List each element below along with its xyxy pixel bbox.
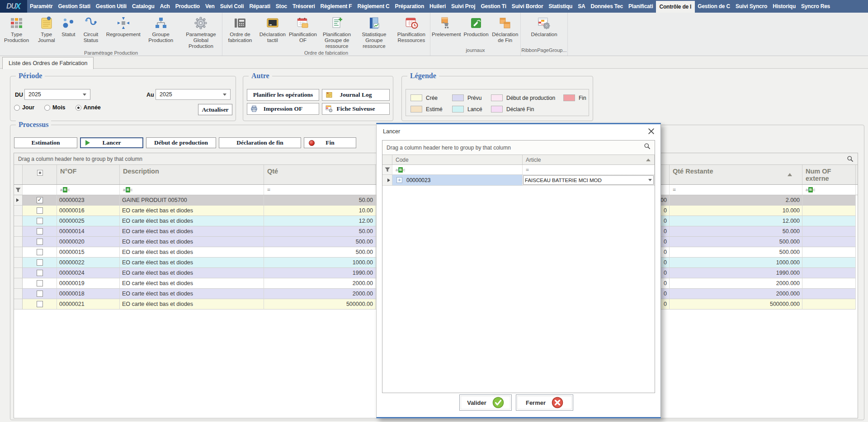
menu-item-suivi-bordor[interactable]: Suivi Bordor (509, 0, 546, 13)
ribbon-button-prelevement[interactable]: Prelevement (430, 15, 462, 38)
menu-item-ach[interactable]: Ach (157, 0, 173, 13)
menu-item-sa[interactable]: SA (575, 0, 588, 13)
menu-item-catalogu[interactable]: Catalogu (129, 0, 157, 13)
row-checkbox[interactable] (37, 270, 43, 276)
menu-item-stoc[interactable]: Stoc (273, 0, 290, 13)
dropdown-arrow-icon[interactable] (648, 179, 652, 181)
filter-cell-desc[interactable]: aBc (120, 185, 264, 195)
menu-item-reglement-c[interactable]: Règlement C (354, 0, 392, 13)
filter-cell-ind[interactable] (14, 185, 23, 195)
search-icon[interactable] (644, 143, 651, 150)
button-fin[interactable]: Fin (304, 137, 356, 148)
column-header-nof2[interactable]: Num OF externe (802, 165, 856, 184)
column-header-desc[interactable]: Description (120, 165, 264, 184)
ribbon-button-planification-groupe-de-ressource[interactable]: Planification Groupe de ressource (318, 15, 355, 50)
dialog-row[interactable]: 00000023FAISCEAU BATTERIE MCI MOD (382, 175, 655, 186)
du-year-select[interactable]: 2025 (24, 89, 90, 100)
actualiser-button[interactable]: Actualiser (198, 104, 232, 115)
dialog-filter-cell-code[interactable]: aBc (392, 165, 523, 174)
row-checkbox[interactable] (37, 239, 43, 245)
filter-cell-sel[interactable] (23, 185, 57, 195)
ribbon-button-type-journal[interactable]: Type Journal (33, 15, 60, 44)
tab-liste-des-ordres-de-fabrication[interactable]: Liste des Ordres de Fabrication (2, 57, 94, 69)
row-checkbox[interactable] (37, 291, 43, 297)
ribbon-button-statut[interactable]: Statut (60, 15, 77, 38)
dialog-column-header-article[interactable]: Article (523, 155, 655, 164)
menu-item-suivi-syncro[interactable]: Suivi Syncro (733, 0, 770, 13)
column-header-qte[interactable]: Qté (264, 165, 376, 184)
row-checkbox[interactable] (37, 228, 43, 234)
ribbon-button-type-production[interactable]: Type Production (0, 15, 33, 44)
menu-item-gestion-de-c[interactable]: Gestion de C (695, 0, 733, 13)
app-logo[interactable]: DUX (0, 0, 27, 13)
article-editor[interactable]: FAISCEAU BATTERIE MCI MOD (523, 175, 654, 185)
menu-item-statistiqu[interactable]: Statistiqu (546, 0, 575, 13)
expand-plus-icon[interactable] (396, 177, 402, 183)
menu-item-ven[interactable]: Ven (203, 0, 217, 13)
menu-item-suivi-coli[interactable]: Suivi Coli (217, 0, 247, 13)
menu-item-planificati[interactable]: Planificati (626, 0, 656, 13)
menu-item-gestion-utili[interactable]: Gestion Utili (93, 0, 129, 13)
ribbon-button-circuit-status[interactable]: Circuit Status (77, 15, 104, 44)
menu-item-reparati[interactable]: Réparati (246, 0, 273, 13)
menu-item-suivi-proj[interactable]: Suivi Proj (448, 0, 478, 13)
menu-item-historiqu[interactable]: Historiqu (770, 0, 798, 13)
button-estimation[interactable]: Estimation (14, 137, 77, 148)
filter-cell-nof[interactable]: aBc (57, 185, 120, 195)
menu-item-reglement-f[interactable]: Règlement F (318, 0, 355, 13)
radio-jour[interactable]: Jour (14, 104, 34, 111)
button-planifier-les-operations[interactable]: Planifier les opérations (247, 89, 319, 101)
column-header-rest[interactable]: Qté Restante (670, 165, 802, 184)
close-icon[interactable] (648, 128, 655, 135)
ribbon-button-production[interactable]: Production (462, 15, 490, 38)
button-fiche-suiveuse[interactable]: Fiche Suiveuse (322, 103, 390, 115)
menu-item-preparation[interactable]: Préparation (392, 0, 427, 13)
menu-item-tresoreri[interactable]: Trésoreri (290, 0, 318, 13)
ribbon-button-declaration-tactil[interactable]: Déclaration tactil (258, 15, 288, 44)
ribbon-button-ordre-de-fabrication[interactable]: Ordre de fabrication (222, 15, 258, 44)
radio-annee[interactable]: Année (75, 104, 101, 111)
ribbon-button-regroupement[interactable]: Regroupement (105, 15, 142, 38)
column-header-nof[interactable]: N°OF (57, 165, 120, 184)
row-checkbox[interactable] (37, 301, 43, 307)
select-all-checkbox[interactable] (37, 170, 43, 176)
button-declaration-de-fin[interactable]: Déclaration de fin (219, 137, 301, 148)
valider-button[interactable]: Valider (459, 394, 512, 411)
fermer-button[interactable]: Fermer (516, 394, 573, 411)
ribbon-button-declaration-de-fin[interactable]: Déclaration de Fin (490, 15, 520, 44)
filter-cell-qte[interactable]: = (264, 185, 376, 195)
button-lancer[interactable]: Lancer (80, 137, 143, 148)
menu-item-gestion-ti[interactable]: Gestion Ti (478, 0, 509, 13)
search-icon[interactable] (847, 155, 854, 162)
menu-item-huileri[interactable]: Huileri (427, 0, 448, 13)
dialog-filter-cell-article[interactable]: = (523, 165, 655, 174)
row-checkbox[interactable] (37, 218, 43, 224)
ribbon-button-groupe-production[interactable]: Groupe Production (142, 15, 180, 44)
row-checkbox[interactable] (37, 197, 43, 203)
filter-cell-zero[interactable] (661, 185, 670, 195)
filter-cell-rest[interactable]: = (670, 185, 802, 195)
ribbon-button-planification-of[interactable]: Planification OF (288, 15, 318, 44)
menu-item-controle-de-l[interactable]: Contrôle de l (656, 1, 695, 13)
button-journal-log[interactable]: Journal Log (322, 89, 390, 101)
menu-item-parametr[interactable]: Paramètr (27, 0, 55, 13)
ribbon-button-statistique-groupe-ressource[interactable]: Statistique Groupe ressource (355, 15, 392, 50)
menu-item-productio[interactable]: Productio (173, 0, 203, 13)
menu-item-syncro-res[interactable]: Syncro Res (798, 0, 833, 13)
column-header-sel[interactable] (23, 165, 57, 184)
button-impression-of[interactable]: Impression OF (247, 103, 319, 115)
filter-cell-nof2[interactable]: aBc (802, 185, 856, 195)
ribbon-button-declaration[interactable]: Déclaration (529, 15, 558, 38)
dialog-column-header-code[interactable]: Code (392, 155, 523, 164)
row-checkbox[interactable] (37, 207, 43, 214)
ribbon-button-planification-ressources[interactable]: Planification Ressources (393, 15, 430, 44)
row-checkbox[interactable] (37, 249, 43, 255)
button-debut-de-production[interactable]: Début de production (146, 137, 216, 148)
menu-item-donnees-tec[interactable]: Données Tec (588, 0, 626, 13)
ribbon-button-parametrage-global-production[interactable]: Parametrage Global Production (180, 15, 222, 50)
menu-item-gestion-stati[interactable]: Gestion Stati (55, 0, 93, 13)
row-checkbox[interactable] (37, 259, 43, 266)
radio-mois[interactable]: Mois (44, 104, 65, 111)
row-checkbox[interactable] (37, 280, 43, 286)
dialog-filter-cell-ind[interactable] (382, 165, 392, 174)
